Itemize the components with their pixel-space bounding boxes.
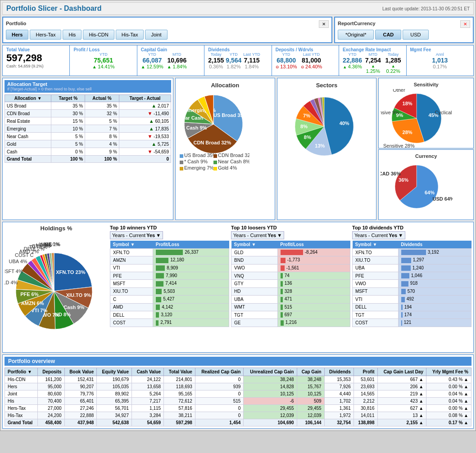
mgmt-fee-label: Mgmt Fee: [410, 47, 470, 52]
top10-area: Top 10 winners YTD Years - Current Yes ▼…: [110, 224, 471, 350]
capital-gain-mtd: 10,696: [167, 57, 187, 64]
svg-text:Defensive 9%: Defensive 9%: [381, 110, 399, 115]
portfolio-btn-hers-tax[interactable]: Hers-Tax: [30, 30, 61, 40]
loser-symbol: GE: [231, 319, 278, 327]
svg-rect-7: [213, 154, 217, 158]
loser-value: 515: [277, 303, 350, 311]
svg-text:40%: 40%: [339, 121, 349, 126]
svg-text:USD 64%: USD 64%: [433, 196, 453, 202]
dividend-symbol: DELL: [353, 303, 399, 311]
dividend-symbol: VTI: [353, 296, 399, 303]
holdings-section: Holdings % XFN.TO 23%XIU.TO 9%* Cash 9%B…: [2, 222, 474, 353]
portfolio-label: Portfolio: [6, 21, 26, 26]
overview-portfolio: Hers: [5, 383, 38, 390]
dividend-value: 174: [398, 311, 471, 318]
loser-value: -1,561: [277, 264, 350, 272]
exchange-rate-label: Exchange Rate Impact: [343, 47, 402, 52]
exchange-mtd: 7,254: [364, 57, 382, 64]
holdings-pie-chart: XFN.TO 23%XIU.TO 9%* Cash 9%BND 8%VWO 7%…: [5, 233, 104, 350]
deposits-label: Deposits / Wdrvls: [276, 47, 335, 52]
report-btn-cad[interactable]: CAD: [375, 30, 401, 40]
loser-symbol: UBA: [231, 296, 278, 303]
losers-title: Top 10 loosers YTD: [231, 224, 350, 231]
winner-value: 4,142: [153, 303, 229, 311]
loser-value: -8,264: [277, 249, 350, 256]
portfolio-close-button[interactable]: ✕: [319, 20, 329, 28]
capital-gain-label: Capital Gain: [141, 47, 200, 52]
dividend-value: 1,240: [398, 264, 471, 272]
deposits-last-ytd: 81,000: [301, 57, 322, 64]
loser-value: 697: [277, 311, 350, 318]
winner-value: 5,503: [153, 287, 229, 295]
portfolio-overview-section: Portfolio overview Portfolio ▼ Deposits …: [2, 354, 474, 429]
dividend-value: 570: [398, 287, 471, 295]
winner-symbol: XIU.TO: [110, 287, 153, 295]
report-currency-label: ReportCurrency: [338, 21, 376, 26]
portfolio-btn-hers[interactable]: Hers: [6, 30, 28, 40]
overview-portfolio: His-CDN: [5, 376, 38, 383]
exchange-ytd: 22,886: [343, 57, 362, 64]
loser-symbol: TGT: [231, 311, 278, 318]
svg-rect-15: [213, 167, 217, 170]
loser-value: -1,773: [277, 256, 350, 264]
metrics-row: Total Value 597,298 Cash: 54,659 (9.2%) …: [2, 45, 474, 76]
alloc-row-name: CDN Broad: [5, 110, 51, 117]
svg-text:Cyclical 45%: Cyclical 45%: [435, 110, 453, 115]
portfolio-btn-joint[interactable]: Joint: [145, 30, 167, 40]
svg-text:7%: 7%: [303, 113, 310, 118]
loser-value: 74: [277, 272, 350, 280]
top10-losers-box: Top 10 loosers YTD Years - Current Yes ▼…: [231, 224, 350, 327]
losers-table: Symbol ▼Profit/Loss GLD -8,264 BND -1,77…: [231, 241, 350, 327]
dividends-table: Symbol ▼Dividends XFN.TO 3,192 XIU.TO 1,…: [352, 241, 471, 327]
dividend-value: 121: [398, 319, 471, 327]
alloc-row-name: US Broad: [5, 102, 51, 110]
sensitivity-chart-title: Sensitivity: [381, 80, 471, 89]
total-value-label: Total Value: [6, 47, 66, 52]
report-currency-buttons: *Original* CAD USD: [338, 30, 470, 40]
winner-symbol: DELL: [110, 311, 153, 318]
report-currency-close-button[interactable]: ✕: [460, 20, 470, 28]
winner-symbol: VTI: [110, 264, 153, 272]
loser-symbol: GTY: [231, 280, 278, 287]
dividends-last-ytd: 7,115: [243, 57, 260, 64]
sensitivity-chart-box: Sensitivity 45%28%9%18%Cyclical 45%Sensi…: [378, 78, 474, 148]
alloc-row-name: Cash: [5, 148, 51, 156]
overview-portfolio: His-Tax: [5, 412, 38, 419]
dividend-value: 918: [398, 280, 471, 287]
dividends-filter: Years - Current Yes ▼: [352, 231, 405, 239]
dividends-title: Top 10 dividends YTD: [352, 224, 471, 231]
portfolio-btn-his-tax[interactable]: His-Tax: [116, 30, 144, 40]
winner-value: 7,414: [153, 280, 229, 287]
portfolio-overview-table: Portfolio ▼ Deposits Book Value Equity V…: [5, 368, 471, 426]
sensitivity-pie-chart: 45%28%9%18%Cyclical 45%Sensitive 28%Defe…: [381, 89, 453, 148]
dashboard-title: Portfolio Slicer - Dashboard: [6, 4, 102, 13]
svg-text:13%: 13%: [315, 143, 325, 148]
dashboard-header: Portfolio Slicer - Dashboard Last quote …: [2, 2, 474, 15]
report-btn-usd[interactable]: USD: [403, 30, 428, 40]
winner-value: 7,990: [153, 272, 229, 280]
currency-pie-chart: 64%36%USD 64%CAD 36%: [381, 161, 453, 215]
svg-text:GE 1%: GE 1%: [45, 242, 60, 247]
loser-value: 328: [277, 287, 350, 295]
dividend-value: 1,046: [398, 272, 471, 280]
report-btn-original[interactable]: *Original*: [338, 30, 374, 40]
portfolio-btn-his-cdn[interactable]: His-CDN: [83, 30, 114, 40]
alloc-row-name: Emerging: [5, 125, 51, 133]
svg-text:XFN.TO 23%: XFN.TO 23%: [56, 269, 85, 275]
dividend-symbol: COST: [353, 319, 399, 327]
right-charts: Sensitivity 45%28%9%18%Cyclical 45%Sensi…: [378, 78, 474, 220]
svg-text:US Broad 35%: US Broad 35%: [213, 112, 247, 118]
winner-symbol: C: [110, 296, 153, 303]
portfolio-btn-his[interactable]: His: [63, 30, 82, 40]
dividend-value: 492: [398, 296, 471, 303]
winner-symbol: XFN.TO: [110, 249, 153, 256]
deposits-cell: Deposits / Wdrvls YTD 68,800 ⊖ 13.10% La…: [272, 45, 339, 76]
dividends-cell: Dividends Today 2,155 0.36% YTD 9,564 1.…: [204, 45, 272, 76]
loser-symbol: GLD: [231, 249, 278, 256]
dividend-symbol: XIU.TO: [353, 256, 399, 264]
dividend-symbol: MSFT: [353, 287, 399, 295]
currency-chart-box: Currency 64%36%USD 64%CAD 36%: [378, 149, 474, 220]
svg-text:XIU.TO 9%: XIU.TO 9%: [66, 292, 91, 298]
winners-table: Symbol ▼Profit/Loss XFN.TO 26,337 AMZN 1…: [110, 241, 229, 327]
loser-value: 136: [277, 280, 350, 287]
